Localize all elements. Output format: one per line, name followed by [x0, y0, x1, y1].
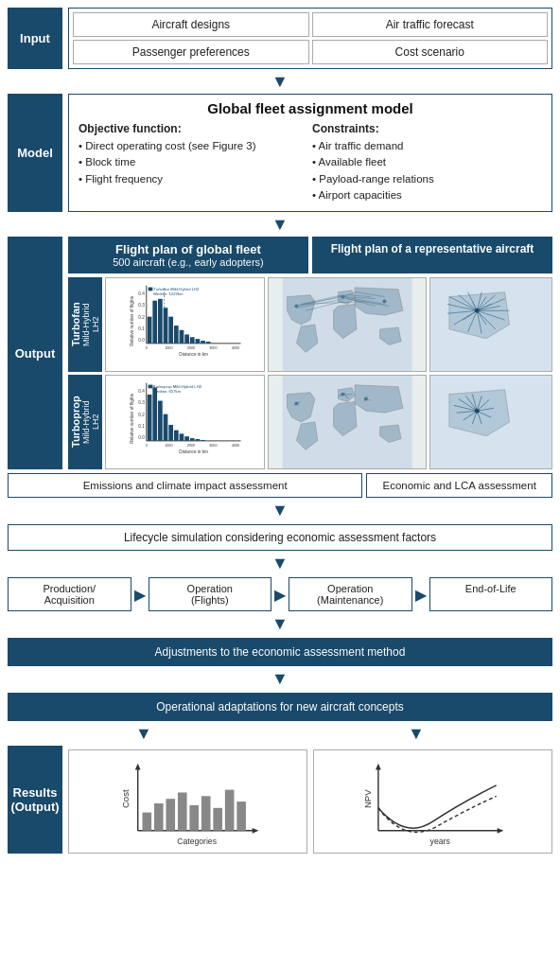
svg-point-113 [294, 401, 298, 405]
svg-text:0.2: 0.2 [138, 413, 145, 417]
results-charts-row: Cost Categories [68, 749, 552, 854]
turbofan-sub-label: Mild-Hybrid [81, 303, 91, 346]
svg-rect-134 [143, 813, 152, 831]
svg-rect-91 [168, 425, 173, 441]
svg-text:0.2: 0.2 [138, 315, 145, 320]
svg-point-127 [475, 409, 480, 414]
results-content: Cost Categories [62, 746, 552, 854]
objective-heading: Objective function: [79, 122, 308, 135]
svg-rect-137 [178, 792, 187, 830]
svg-rect-87 [148, 395, 152, 441]
emissions-assessment-text: Emissions and climate impact assessment [83, 480, 288, 491]
cost-chart-box: Cost Categories [68, 749, 307, 854]
input-box-passenger: Passenger preferences [73, 40, 309, 64]
svg-rect-135 [154, 803, 164, 831]
svg-point-45 [341, 295, 344, 299]
svg-text:1000: 1000 [165, 346, 172, 350]
phase-eol: End-of-Life [429, 577, 553, 611]
svg-text:Distance in km: Distance in km [179, 449, 208, 454]
svg-rect-23 [174, 326, 179, 344]
svg-text:Median: 657km: Median: 657km [153, 389, 181, 394]
output-label: Output [8, 237, 62, 469]
svg-marker-145 [376, 764, 381, 770]
model-columns: Objective function: Direct operating cos… [79, 122, 542, 203]
svg-rect-140 [213, 808, 222, 831]
turboprop-map-svg [269, 376, 427, 468]
svg-text:Cost: Cost [120, 789, 131, 808]
aircraft-rows: Turbofan Mild-Hybrid LH2 Relative number… [68, 277, 552, 469]
svg-rect-96 [196, 439, 201, 441]
svg-rect-141 [225, 790, 235, 831]
turboprop-histogram: Relative number of flights 0.0 0.1 0.2 0… [105, 375, 265, 469]
npv-chart-svg: NPV years [320, 758, 546, 849]
arrow-assess-to-lifecycle: ▼ [8, 500, 552, 520]
svg-rect-21 [164, 308, 168, 344]
constraint-item-1: Available fleet [312, 154, 542, 170]
output-right-title: Flight plan of a representative aircraft [316, 242, 549, 255]
output-row: Output Flight plan of global fleet 500 a… [8, 237, 552, 469]
arrow-input-to-model: ▼ [8, 71, 552, 92]
input-box-airtraffic: Air traffic forecast [312, 12, 549, 37]
svg-rect-18 [148, 317, 152, 344]
page-container: Input Aircraft designs Air traffic forec… [0, 0, 560, 863]
turboprop-main-label: Turboprop [70, 396, 81, 449]
model-content: Global fleet assignment model Objective … [62, 94, 552, 212]
phases-row: Production/Acquisition ▶ Operation(Fligh… [8, 577, 552, 611]
input-row: Input Aircraft designs Air traffic forec… [8, 8, 552, 69]
objective-item-1: Block time [79, 154, 308, 170]
phase-flights-text: Operation(Flights) [187, 583, 233, 606]
svg-point-68 [475, 308, 480, 313]
model-objective: Objective function: Direct operating cos… [79, 122, 308, 203]
svg-rect-19 [152, 301, 157, 344]
svg-text:Distance in km: Distance in km [179, 352, 208, 357]
svg-rect-94 [184, 436, 189, 441]
economic-assessment-text: Economic and LCA assessment [382, 480, 535, 491]
model-label: Model [8, 94, 62, 212]
phase-maintenance-text: Operation(Maintenance) [317, 583, 383, 606]
svg-rect-90 [164, 414, 168, 441]
turbofan-label: Turbofan Mild-Hybrid LH2 [68, 277, 102, 372]
output-left-sub: 500 aircraft (e.g., early adopters) [72, 256, 305, 268]
constraint-item-0: Air traffic demand [312, 138, 542, 154]
svg-text:0.1: 0.1 [138, 424, 145, 429]
economic-assessment-box: Economic and LCA assessment [366, 473, 552, 498]
results-label-text: Results(Output) [10, 785, 59, 814]
results-row: Results(Output) Cost [8, 746, 552, 854]
turbofan-histogram: Relative number of flights 0.0 0.1 0.2 0… [105, 277, 265, 372]
turbofan-rep-svg [430, 278, 551, 371]
svg-rect-27 [196, 339, 201, 344]
svg-text:0.4: 0.4 [138, 291, 145, 296]
svg-text:Median: 1222km: Median: 1222km [153, 291, 184, 296]
svg-text:0.0: 0.0 [138, 338, 145, 343]
constraints-list: Air traffic demand Available fleet Paylo… [312, 138, 542, 203]
constraint-item-2: Payload-range relations [312, 171, 542, 187]
output-right-box: Flight plan of a representative aircraft [312, 237, 552, 273]
model-row: Model Global fleet assignment model Obje… [8, 94, 552, 212]
svg-marker-146 [498, 828, 504, 834]
objective-list: Direct operating cost (see Figure 3) Blo… [79, 138, 308, 187]
svg-text:3000: 3000 [209, 346, 217, 350]
svg-text:0: 0 [146, 444, 148, 448]
input-label: Input [8, 8, 62, 69]
turboprop-sub-label2: LH2 [91, 414, 100, 431]
turbofan-sub-label2: LH2 [91, 317, 100, 333]
svg-text:Categories: Categories [177, 837, 217, 846]
svg-text:years: years [430, 837, 450, 846]
svg-point-111 [341, 393, 344, 396]
phase-arrow-1: ▶ [134, 577, 146, 611]
input-grid: Aircraft designs Air traffic forecast Pa… [68, 8, 552, 69]
svg-rect-14 [149, 288, 153, 291]
results-label: Results(Output) [8, 746, 62, 854]
svg-text:2000: 2000 [187, 444, 195, 448]
turbofan-content: Relative number of flights 0.0 0.1 0.2 0… [105, 277, 427, 372]
turboprop-sub-label: Mild-Hybrid [81, 400, 91, 444]
svg-rect-26 [190, 337, 195, 344]
svg-text:0.4: 0.4 [138, 389, 145, 394]
svg-rect-29 [206, 342, 211, 344]
turbofan-row: Turbofan Mild-Hybrid LH2 Relative number… [68, 277, 552, 372]
turbofan-chart-svg: Relative number of flights 0.0 0.1 0.2 0… [109, 281, 261, 357]
phase-eol-text: End-of-Life [465, 583, 516, 594]
svg-text:2000: 2000 [187, 346, 195, 350]
svg-rect-89 [158, 401, 163, 441]
phase-arrow-2: ▶ [274, 577, 286, 611]
